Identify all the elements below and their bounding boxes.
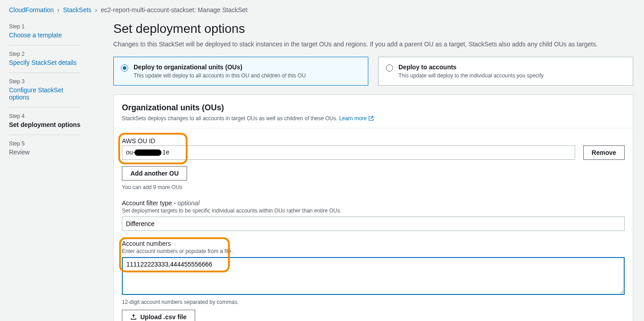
upload-icon	[130, 314, 137, 320]
account-numbers-label: Account numbers	[122, 240, 625, 247]
learn-more-link[interactable]: Learn more	[339, 115, 374, 122]
breadcrumb-cloudformation[interactable]: CloudFormation	[9, 6, 54, 14]
step-title[interactable]: Specify StackSet details	[9, 59, 81, 66]
radio-title: Deploy to organizational units (OUs)	[134, 63, 306, 71]
filter-type-select[interactable]	[122, 217, 625, 231]
step-title: Set deployment options	[9, 121, 81, 128]
filter-type-label: Account filter type - optional	[122, 199, 625, 207]
redaction-bar	[134, 149, 161, 156]
account-numbers-format-hint: 12-digit account numbers separated by co…	[122, 299, 625, 305]
step-configure-options: Step 3 Configure StackSet options	[9, 73, 81, 108]
step-label: Step 1	[9, 23, 81, 30]
deployment-target-selector: Deploy to organizational units (OUs) Thi…	[113, 57, 633, 86]
step-label: Step 5	[9, 140, 81, 147]
chevron-right-icon: ›	[58, 6, 60, 14]
ou-id-input[interactable]	[122, 145, 575, 160]
radio-icon	[121, 64, 128, 72]
ou-limit-hint: You can add 9 more OUs	[122, 184, 625, 190]
step-choose-template: Step 1 Choose a template	[9, 18, 81, 45]
radio-deploy-ous[interactable]: Deploy to organizational units (OUs) Thi…	[113, 57, 368, 86]
page-title: Set deployment options	[113, 22, 633, 36]
page-description: Changes to this StackSet will be deploye…	[113, 41, 633, 48]
step-label: Step 3	[9, 78, 81, 85]
wizard-stepper: Step 1 Choose a template Step 2 Specify …	[0, 18, 90, 162]
step-label: Step 2	[9, 51, 81, 57]
radio-icon	[386, 64, 393, 72]
ous-section: Organizational units (OUs) StackSets dep…	[113, 95, 633, 321]
step-review: Step 5 Review	[9, 135, 81, 162]
step-specify-details: Step 2 Specify StackSet details	[9, 45, 81, 73]
section-heading: Organizational units (OUs)	[122, 103, 625, 113]
upload-csv-button[interactable]: Upload .csv file	[122, 310, 195, 321]
external-link-icon	[368, 116, 374, 121]
step-title[interactable]: Choose a template	[9, 32, 81, 39]
step-set-deployment: Step 4 Set deployment options	[9, 108, 81, 135]
step-title[interactable]: Configure StackSet options	[9, 86, 81, 101]
remove-ou-button[interactable]: Remove	[583, 145, 625, 160]
radio-title: Deploy to accounts	[398, 63, 544, 71]
breadcrumb-stacksets[interactable]: StackSets	[63, 6, 91, 14]
add-ou-button[interactable]: Add another OU	[122, 166, 187, 181]
ou-id-label: AWS OU ID	[122, 137, 625, 145]
radio-subtitle: This update will deploy to all accounts …	[134, 72, 306, 79]
breadcrumb-current: ec2-report-multi-account-stackset: Manag…	[101, 6, 247, 14]
chevron-right-icon: ›	[95, 6, 97, 14]
radio-subtitle: This update will deploy to the individua…	[398, 72, 544, 79]
radio-deploy-accounts[interactable]: Deploy to accounts This update will depl…	[378, 57, 633, 86]
account-numbers-hint: Enter account numbers or populate from a…	[122, 248, 625, 254]
breadcrumb: CloudFormation › StackSets › ec2-report-…	[0, 0, 644, 18]
section-subtext: StackSets deploys changes to all account…	[122, 115, 374, 122]
step-label: Step 4	[9, 113, 81, 119]
account-numbers-input[interactable]	[122, 257, 625, 295]
main-content: Set deployment options Changes to this S…	[90, 18, 644, 321]
step-title: Review	[9, 149, 81, 156]
filter-type-hint: Set deployment targets to be specific in…	[122, 208, 625, 214]
